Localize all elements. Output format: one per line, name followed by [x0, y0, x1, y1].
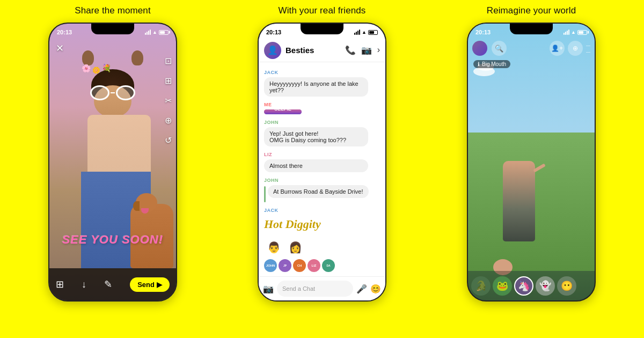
filter-tag-bigmouth[interactable]: ℹ Big Mouth [473, 60, 510, 68]
more-icon[interactable]: › [377, 45, 380, 55]
image-preview: SELFIE [264, 109, 302, 114]
ar-profile-avatar[interactable] [472, 41, 487, 56]
sender-john2: JOHN [264, 178, 380, 183]
wifi-icon3: ▲ [571, 30, 576, 35]
phone3-time: 20:13 [475, 29, 491, 35]
ar-camera-view: 🔍 👤+ ⊕ — — ℹ Big Mouth [468, 24, 595, 300]
flower-filter: 🌸 🌼 💐 [82, 64, 111, 74]
ar-search-button[interactable]: 🔍 [492, 41, 507, 56]
ear-left [82, 50, 94, 65]
message-me-image[interactable]: SELFIE [264, 109, 302, 114]
battery-icon3 [577, 30, 587, 35]
snap-caption: SEE YOU SOON! [49, 233, 176, 247]
filter-info-icon: ℹ [478, 61, 480, 67]
battery-icon2 [368, 30, 378, 35]
download-icon[interactable]: ↓ [82, 279, 86, 290]
signal-icon2 [354, 30, 360, 35]
phone2-frame: 20:13 ▲ [258, 23, 386, 302]
lens-left [90, 85, 109, 100]
sender-me: ME [264, 102, 380, 107]
call-icon[interactable]: 📞 [345, 45, 356, 55]
flower1: 🌸 [82, 64, 91, 74]
sender-jack1: JACK [264, 70, 380, 75]
image-caption: SELFIE [264, 109, 302, 112]
add-friend-icon[interactable]: 👤+ [550, 41, 565, 56]
filter-carousel: 🐊 🐸 🦄 👻 😶 [468, 271, 595, 300]
camera-icon[interactable]: 📷 [263, 284, 274, 294]
bitmoji2: 👩 [286, 232, 305, 254]
bitmoji-sticker: 👨 👩 [264, 232, 305, 254]
dog-ear-filter [82, 50, 143, 65]
avatar-john: JOHN [264, 259, 277, 272]
filter-ghost[interactable]: 👻 [536, 276, 555, 296]
participant-avatars: JOHN JP CH LIZ DA [264, 259, 380, 272]
ar-filter-label: ℹ Big Mouth [473, 60, 510, 68]
app-container: Share the moment 20:13 ▲ [0, 0, 644, 338]
sticker-icon[interactable]: ⊡ [165, 56, 172, 66]
message-jack1: Heyyyyyyyy! Is anyone at the lake yet?? [264, 77, 368, 97]
more-vert-icon[interactable]: — — [586, 43, 590, 54]
notch3 [510, 24, 553, 34]
sender-liz: LIZ [264, 152, 380, 157]
phone1-status-icons: ▲ [145, 30, 169, 35]
dog-ear-left [133, 201, 140, 211]
chat-view: 👤 Besties 📞 📷 › JACK Heyyyyyyyy! Is anyo… [259, 24, 385, 300]
panel-ar: Reimagine your world 20:13 ▲ [429, 5, 633, 302]
sender-jack2: JACK [264, 208, 380, 213]
avatar-jennypenny: JP [279, 259, 291, 272]
panel3-title: Reimagine your world [487, 5, 576, 16]
emoji-icon[interactable]: 😊 [370, 284, 381, 294]
link-icon[interactable]: ⊕ [165, 115, 172, 126]
scissors-icon[interactable]: ✂ [165, 95, 172, 106]
chat-input-bar: 📷 Send a Chat 🎤 😊 [259, 276, 385, 300]
person-body [503, 161, 535, 241]
glass-bridge [111, 92, 115, 93]
mic-icon[interactable]: 🎤 [356, 284, 367, 294]
chat-input[interactable]: Send a Chat [277, 281, 353, 297]
dog-tongue [141, 208, 149, 214]
wifi-icon: ▲ [152, 30, 157, 35]
flower2: 🌼 [92, 67, 100, 74]
glasses-filter [90, 85, 135, 100]
crop-icon[interactable]: ⊞ [165, 76, 172, 86]
messages-list: JACK Heyyyyyyyy! Is anyone at the lake y… [259, 62, 385, 276]
phone3-frame: 20:13 ▲ 🔍 [467, 23, 596, 302]
phone1-frame: 20:13 ▲ ✕ [48, 23, 177, 302]
notch [91, 24, 134, 34]
notch2 [301, 24, 343, 34]
ar-top-bar: 🔍 👤+ ⊕ — — [468, 39, 595, 58]
filter-blank[interactable]: 😶 [557, 276, 576, 296]
flower3: 💐 [102, 64, 111, 74]
signal-icon3 [564, 30, 569, 35]
signal-icon [145, 30, 151, 35]
avatar-chunk: CH [293, 259, 306, 272]
snap-bottom-bar: ⊞ ↓ ✎ Send ▶ [49, 268, 176, 300]
filter-alligator[interactable]: 🐊 [471, 276, 491, 296]
panel2-title: With your real friends [279, 5, 366, 16]
bitmoji1: 👨 [264, 232, 283, 254]
chat-header: 👤 Besties 📞 📷 › [259, 39, 385, 62]
camera-tools: ⊡ ⊞ ✂ ⊕ ↺ [165, 56, 172, 145]
filter-frog[interactable]: 🐸 [493, 276, 512, 296]
close-button[interactable]: ✕ [56, 42, 64, 54]
ar-top-right-icons: 👤+ ⊕ — — [550, 41, 590, 56]
phone1-time: 20:13 [57, 29, 72, 35]
send-button[interactable]: Send ▶ [130, 277, 170, 292]
rotate-icon[interactable]: ↺ [165, 135, 172, 145]
send-arrow-icon: ▶ [157, 281, 162, 289]
story-icon[interactable]: ⊕ [568, 41, 583, 56]
message-john2-container: At Burrows Road & Bayside Drive! [264, 185, 380, 202]
phone2-time: 20:13 [266, 29, 281, 35]
video-icon[interactable]: 📷 [361, 45, 372, 55]
chat-group-name: Besties [286, 46, 345, 55]
message-john1: Yep! Just got here!OMG is Daisy coming t… [264, 127, 368, 146]
avatar-danie: DA [322, 259, 335, 272]
battery-icon [159, 30, 169, 35]
gallery-icon[interactable]: ⊞ [56, 278, 64, 290]
chat-group-avatar: 👤 [264, 42, 281, 59]
filter-unicorn[interactable]: 🦄 [514, 276, 533, 296]
panel1-title: Share the moment [75, 5, 150, 16]
sender-john1: JOHN [264, 120, 380, 125]
edit-icon[interactable]: ✎ [104, 278, 112, 290]
phone3-status-icons: ▲ [564, 30, 587, 35]
